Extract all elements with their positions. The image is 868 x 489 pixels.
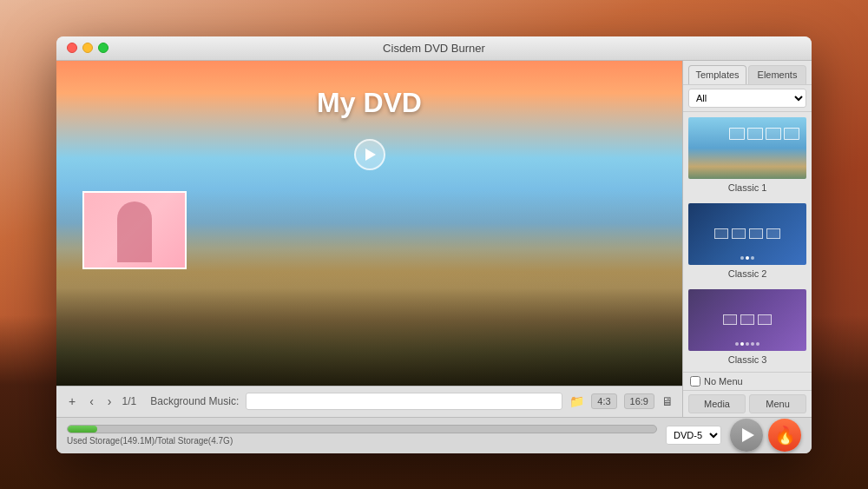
template-classic3[interactable]: Classic 3 [687, 287, 808, 367]
preview-play-button[interactable] [730, 419, 763, 452]
storage-bar-track [67, 425, 657, 433]
bottom-bar: Used Storage(149.1M)/Total Storage(4.7G)… [56, 417, 812, 453]
next-page-button[interactable]: › [104, 393, 115, 410]
classic2-box-2 [732, 228, 746, 239]
classic2-boxes [714, 228, 780, 239]
classic2-box-3 [749, 228, 763, 239]
tab-templates[interactable]: Templates [688, 65, 746, 84]
dvd-title: My DVD [317, 87, 422, 119]
tab-elements[interactable]: Elements [748, 65, 806, 84]
classic2-box-4 [766, 228, 780, 239]
flame-icon: 🔥 [774, 425, 796, 446]
tab-media[interactable]: Media [688, 394, 746, 413]
traffic-lights [67, 43, 108, 53]
window-title: Cisdem DVD Burner [383, 42, 485, 55]
classic2-dot-2 [746, 256, 749, 260]
dvd-preview: My DVD · · · · · [56, 61, 682, 386]
templates-list: Classic 1 [683, 112, 812, 372]
no-menu-row: No Menu [683, 372, 812, 390]
classic1-box-3 [766, 128, 781, 140]
classic2-dots [740, 256, 754, 260]
classic3-box-3 [758, 314, 772, 325]
folder-button[interactable]: 📁 [569, 394, 584, 408]
bg-music-label: Background Music: [150, 395, 239, 407]
dvd-type-select[interactable]: DVD-5 DVD-9 [666, 426, 721, 445]
classic3-dot-5 [756, 342, 760, 346]
template-classic1-label: Classic 1 [687, 182, 808, 195]
classic3-inner [688, 289, 806, 351]
minimize-button[interactable] [82, 43, 93, 53]
storage-label: Used Storage(149.1M)/Total Storage(4.7G) [67, 436, 657, 446]
template-classic3-thumbnail [687, 287, 808, 353]
templates-tabs: Templates Elements [683, 61, 812, 85]
classic3-dot-2 [740, 342, 744, 346]
classic3-boxes [723, 314, 772, 325]
classic1-box-2 [747, 128, 763, 140]
classic3-dot-4 [751, 342, 754, 346]
classic1-boxes [695, 128, 799, 140]
classic3-box-2 [740, 314, 754, 325]
storage-bar-container: Used Storage(149.1M)/Total Storage(4.7G) [67, 425, 657, 446]
classic3-dot-3 [746, 342, 749, 346]
classic2-dot-1 [740, 256, 744, 260]
classic2-inner [688, 203, 806, 265]
template-classic1[interactable]: Classic 1 [687, 116, 808, 195]
filter-row: All [683, 85, 812, 112]
app-window: Cisdem DVD Burner My DVD · · · · · + ‹ [56, 36, 812, 453]
burn-buttons: 🔥 [730, 419, 801, 452]
template-classic2-thumbnail [687, 202, 808, 267]
storage-bar-fill [68, 426, 97, 433]
video-thumbnail: · · · · · [82, 191, 187, 269]
screen-icon-button[interactable]: 🖥 [661, 394, 674, 408]
templates-panel: Templates Elements All [683, 61, 812, 417]
classic2-dot-3 [751, 256, 754, 260]
no-menu-label: No Menu [704, 376, 743, 387]
classic3-box-1 [723, 314, 737, 325]
classic2-box-1 [714, 228, 728, 239]
title-bar: Cisdem DVD Burner [56, 36, 812, 61]
media-menu-tabs: Media Menu [683, 390, 812, 417]
tab-menu[interactable]: Menu [749, 394, 806, 413]
burn-button[interactable]: 🔥 [768, 419, 801, 452]
classic1-box-1 [729, 128, 745, 140]
close-button[interactable] [67, 43, 77, 53]
template-classic1-thumbnail [687, 116, 808, 181]
play-icon [742, 428, 754, 442]
page-indicator: 1/1 [122, 395, 137, 407]
classic1-box-4 [784, 128, 799, 140]
filter-select[interactable]: All [688, 89, 806, 108]
classic3-dots [735, 342, 760, 346]
template-classic2-label: Classic 2 [687, 268, 808, 281]
template-classic3-label: Classic 3 [687, 354, 808, 367]
preview-panel: My DVD · · · · · + ‹ › 1/1 Background Mu… [56, 61, 683, 417]
add-button[interactable]: + [65, 393, 79, 410]
prev-page-button[interactable]: ‹ [86, 393, 97, 410]
thumbnail-inner [84, 193, 185, 268]
no-menu-checkbox[interactable] [690, 376, 700, 387]
preview-toolbar: + ‹ › 1/1 Background Music: 📁 4:3 16:9 🖥 [56, 386, 682, 417]
template-classic2[interactable]: Classic 2 [687, 202, 808, 281]
classic3-dot-1 [735, 342, 739, 346]
ratio-4-3-button[interactable]: 4:3 [591, 393, 616, 409]
bg-music-input[interactable] [246, 393, 562, 410]
main-content: My DVD · · · · · + ‹ › 1/1 Background Mu… [56, 61, 812, 417]
dvd-selector: DVD-5 DVD-9 [666, 426, 721, 445]
dvd-play-button[interactable] [354, 139, 385, 170]
ratio-16-9-button[interactable]: 16:9 [624, 393, 654, 409]
classic1-inner [688, 117, 806, 179]
maximize-button[interactable] [98, 43, 108, 53]
